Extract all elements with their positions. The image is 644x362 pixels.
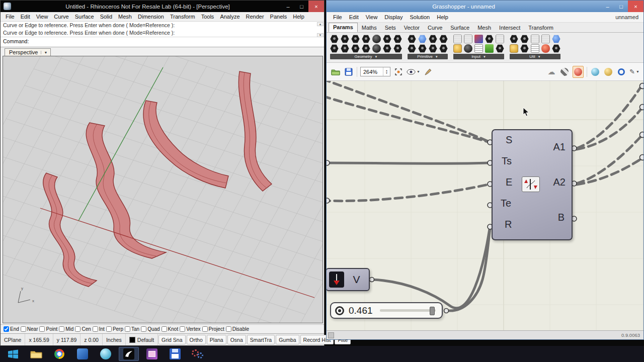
param-icon[interactable] (485, 44, 494, 53)
paint-brush-icon[interactable] (423, 66, 433, 77)
menu-render[interactable]: Render (243, 13, 267, 20)
palette-group-label[interactable]: Util▼ (510, 54, 560, 59)
shaded-preview-icon[interactable] (573, 66, 584, 78)
param-icon[interactable] (510, 44, 518, 53)
param-icon[interactable] (496, 35, 504, 43)
status-ortho[interactable]: Ortho (187, 335, 206, 344)
zoom-level-dropdown[interactable]: 264% ▲▼ (360, 67, 390, 76)
param-icon[interactable] (439, 35, 448, 43)
osnap-item-tan[interactable]: Tan (125, 326, 139, 332)
selection-ring-icon[interactable] (616, 66, 626, 77)
osnap-item-end[interactable]: End (4, 326, 19, 332)
tab-vector[interactable]: Vector (400, 24, 424, 32)
grasshopper-titlebar[interactable]: Grasshopper - unnamed – □ × (327, 1, 643, 12)
wireframe-preview-icon[interactable] (559, 66, 570, 77)
palette-group-label[interactable]: Geometry▼ (330, 54, 402, 59)
rhino-titlebar[interactable]: Untitled - Rhinoceros Not For Resale Lab… (1, 1, 324, 12)
menu-analyze[interactable]: Analyze (217, 13, 243, 20)
param-icon[interactable] (474, 35, 483, 43)
taskbar-rhino-active-icon[interactable] (119, 347, 139, 361)
menu-help[interactable]: Help (290, 13, 307, 20)
input-label-r[interactable]: R (505, 219, 512, 230)
tab-transform[interactable]: Transform (524, 24, 557, 32)
menu-display[interactable]: Display (381, 13, 406, 21)
osnap-checkbox[interactable] (93, 326, 98, 332)
status-gumball[interactable]: Gumba (276, 335, 299, 344)
preview-mode-icon[interactable] (590, 66, 600, 77)
menu-dimension[interactable]: Dimension (135, 13, 167, 20)
osnap-checkbox[interactable] (226, 326, 231, 332)
preview-mode-icon[interactable] (603, 66, 613, 77)
tab-maths[interactable]: Maths (358, 24, 381, 32)
chevron-down-icon[interactable]: ▼ (41, 51, 47, 54)
osnap-checkbox[interactable] (39, 326, 45, 332)
menu-solid[interactable]: Solid (97, 13, 115, 20)
input-label-ts[interactable]: Ts (502, 155, 512, 167)
menu-edit[interactable]: Edit (18, 13, 33, 20)
param-icon[interactable] (520, 35, 529, 43)
taskbar-settings-gears-icon[interactable] (188, 347, 208, 361)
param-icon[interactable] (418, 44, 427, 53)
status-units[interactable]: Inches (103, 334, 126, 345)
slider-knob-icon[interactable] (335, 306, 344, 315)
taskbar-modeling-app-icon[interactable] (72, 347, 93, 361)
osnap-item-mid[interactable]: Mid (59, 326, 73, 332)
param-icon[interactable] (541, 44, 550, 53)
param-icon[interactable] (362, 44, 370, 53)
param-icon[interactable] (496, 44, 504, 53)
param-icon[interactable] (393, 35, 402, 43)
osnap-checkbox[interactable] (75, 326, 80, 332)
output-label-a1[interactable]: A1 (553, 141, 566, 153)
param-icon[interactable] (439, 44, 448, 53)
param-icon[interactable] (330, 35, 339, 43)
osnap-checkbox[interactable] (59, 326, 64, 332)
menu-view[interactable]: View (362, 13, 381, 21)
status-cplane[interactable]: CPlane (1, 334, 25, 345)
osnap-item-cen[interactable]: Cen (75, 326, 91, 332)
param-icon[interactable] (341, 35, 349, 43)
osnap-item-int[interactable]: Int (93, 326, 105, 332)
tween-component[interactable]: S Ts E Te R A1 A2 B (492, 129, 573, 240)
osnap-checkbox[interactable] (202, 326, 208, 332)
preview-eye-icon[interactable]: ▼ (407, 66, 420, 77)
status-planar[interactable]: Plana (207, 335, 226, 344)
number-slider[interactable]: 0.461 (330, 302, 443, 319)
menu-solution[interactable]: Solution (406, 13, 433, 21)
minimize-icon[interactable]: – (601, 1, 614, 12)
osnap-checkbox[interactable] (4, 326, 9, 332)
input-label-s[interactable]: S (506, 134, 512, 146)
menu-panels[interactable]: Panels (267, 13, 290, 20)
osnap-checkbox[interactable] (162, 326, 167, 332)
menu-mesh[interactable]: Mesh (115, 13, 135, 20)
taskbar-file-explorer-icon[interactable] (26, 347, 46, 361)
tab-surface[interactable]: Surface (446, 24, 473, 32)
param-icon[interactable] (418, 35, 427, 43)
osnap-checkbox[interactable] (141, 326, 146, 332)
start-button[interactable] (3, 347, 23, 361)
input-label-te[interactable]: Te (501, 198, 511, 209)
menu-view[interactable]: View (33, 13, 51, 20)
param-icon[interactable] (485, 35, 494, 43)
osnap-item-knot[interactable]: Knot (162, 326, 179, 332)
osnap-item-quad[interactable]: Quad (141, 326, 159, 332)
param-icon[interactable] (429, 44, 437, 53)
zoom-spinner[interactable]: ▲▼ (383, 67, 390, 76)
osnap-checkbox[interactable] (106, 326, 112, 332)
slider-handle[interactable] (430, 307, 435, 315)
param-icon[interactable] (510, 35, 518, 43)
param-icon[interactable] (531, 35, 539, 43)
menu-file[interactable]: File (330, 13, 346, 21)
param-icon[interactable] (453, 44, 462, 53)
osnap-checkbox[interactable] (125, 326, 130, 332)
param-icon[interactable] (393, 44, 402, 53)
palette-group-label[interactable]: Primitive▼ (408, 54, 448, 59)
menu-surface[interactable]: Surface (72, 13, 97, 20)
output-label-a2[interactable]: A2 (553, 176, 566, 188)
open-file-icon[interactable] (331, 66, 341, 77)
menu-tools[interactable]: Tools (198, 13, 217, 20)
taskbar-chrome-icon[interactable] (49, 347, 69, 361)
grasshopper-canvas[interactable]: S Ts E Te R A1 A2 B V 0.461 (327, 81, 643, 330)
menu-edit[interactable]: Edit (346, 13, 362, 21)
tab-intersect[interactable]: Intersect (495, 24, 524, 32)
osnap-item-near[interactable]: Near (21, 326, 38, 332)
